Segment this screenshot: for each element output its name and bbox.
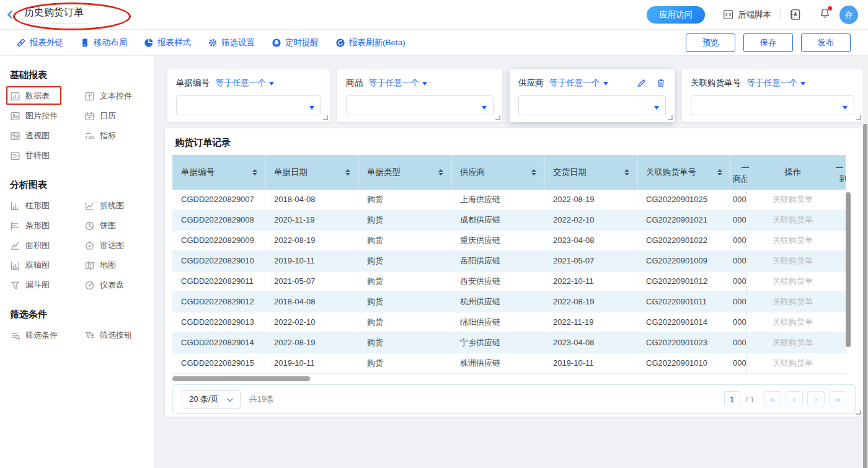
column-header[interactable]: 供应商 [451,155,544,190]
sidebar-item[interactable]: 条形图 [10,216,84,236]
action-link-related-po[interactable]: 关联购货单 [746,210,838,230]
toolbar-item-report-refresh[interactable]: 报表刷新(Beta) [335,37,405,48]
backend-script-button[interactable]: 后端脚本 [723,9,771,20]
save-button[interactable]: 保存 [743,33,793,52]
preview-button[interactable]: 预览 [686,33,735,52]
sidebar-item[interactable]: 文本控件 [84,86,146,106]
table-vertical-scrollbar-thumb[interactable] [846,192,851,347]
action-link-related-po[interactable]: 关联购货单 [746,333,838,353]
column-header[interactable]: 单据类型 [358,155,451,190]
action-link-related-po[interactable]: 关联购货单 [746,190,838,210]
action-link-related-po[interactable]: 关联购货单 [746,272,838,291]
sidebar-item[interactable]: 面积图 [10,236,84,255]
action-link-related-po[interactable]: 关联购货单 [746,251,838,271]
page-scrollbar-thumb[interactable] [863,124,867,468]
sort-icon[interactable] [345,169,350,176]
resize-handle[interactable] [668,115,673,120]
column-header[interactable]: 单据编号 [172,155,265,190]
page-number-input[interactable]: 1 [724,391,740,407]
address-book-icon[interactable] [789,9,801,20]
sidebar-item[interactable]: 仪表盘 [84,275,146,295]
action-link-related-po[interactable]: 关联购货单 [746,231,838,250]
first-page-button[interactable]: « [764,391,781,407]
column-header-product[interactable]: 商品 [730,155,746,190]
filter-widget-product[interactable]: 商品 等于任意一个 [337,69,502,122]
cell-product-clipped: 000 [730,353,746,373]
filter-widget-order-id[interactable]: 单据编号 等于任意一个 [167,69,330,122]
table-row[interactable]: CGDD20220829009 2022-08-19 购货 重庆供应链 2023… [172,231,846,251]
notification-bell-icon[interactable] [819,7,831,22]
publish-button[interactable]: 发布 [801,33,851,52]
app-access-button[interactable]: 应用访问 [647,6,705,24]
sidebar-item[interactable]: 甘特图 [10,146,84,166]
filter-select-input[interactable] [346,95,494,115]
page-title[interactable]: 历史购货订单 [22,5,86,24]
sidebar-item[interactable]: 筛选条件 [10,325,84,345]
table-row[interactable]: CGDD20220829007 2018-04-08 购货 上海供应链 2022… [172,190,846,210]
resize-handle[interactable] [323,115,328,120]
data-table-widget[interactable]: 购货订单记录 单据编号 单据日期 单据类型 [165,128,863,417]
toolbar-item-filter-settings[interactable]: 筛选设置 [208,37,255,48]
avatar[interactable]: 存 [839,6,858,24]
column-header[interactable]: 交货日期 [544,155,637,190]
back-icon[interactable] [7,11,16,19]
sidebar-item[interactable]: 漏斗图 [10,275,84,295]
action-link-related-po[interactable]: 关联购货单 [746,292,838,312]
action-link-related-po[interactable]: 关联购货单 [746,312,838,332]
sort-icon[interactable] [252,169,257,176]
sort-icon[interactable] [438,169,443,176]
table-row[interactable]: CGDD20220829013 2022-02-10 购货 绵阳供应链 2022… [172,312,846,333]
filter-select-input[interactable] [691,95,854,115]
filter-widget-supplier[interactable]: 供应商 等于任意一个 [510,69,675,122]
action-link-related-po[interactable]: 关联购货单 [746,353,838,373]
sort-icon[interactable] [531,169,536,176]
page-size-select[interactable]: 20 条/页 [182,390,241,408]
toolbar-item-scheduled-reminder[interactable]: 定时提醒 [272,37,319,48]
prev-page-button[interactable]: ‹ [786,391,803,407]
filter-label: 商品 [346,77,363,89]
resize-handle[interactable] [856,115,861,120]
column-header-clipped[interactable]: 到 [838,155,846,190]
filter-select-input[interactable] [176,95,321,115]
column-header[interactable]: 单据日期 [265,155,358,190]
toolbar-item-report-style[interactable]: 报表样式 [144,37,191,48]
filter-condition-dropdown[interactable]: 等于任意一个 [747,77,805,89]
column-header[interactable]: 关联购货单号 [637,155,730,190]
table-row[interactable]: CGDD20220829010 2019-10-11 购货 岳阳供应链 2021… [172,251,846,272]
sidebar-item[interactable]: 透视图 [10,126,84,146]
page-scrollbar[interactable] [862,56,868,468]
sidebar-item[interactable]: 图片控件 [10,106,84,126]
sort-icon[interactable] [624,169,629,176]
table-row[interactable]: CGDD20220829011 2021-05-07 购货 西安供应链 2022… [172,272,846,292]
table-row[interactable]: CGDD20220829008 2020-11-19 购货 成都供应链 2022… [172,210,846,231]
sidebar-item[interactable]: 饼图 [84,216,146,236]
sort-icon[interactable] [717,169,722,176]
table-horizontal-scrollbar-thumb[interactable] [172,376,310,381]
sidebar-item[interactable]: 折线图 [84,196,146,216]
edit-pencil-icon[interactable] [637,78,647,88]
sidebar-item[interactable]: 地图 [84,255,146,275]
next-page-button[interactable]: › [807,391,825,407]
filter-condition-dropdown[interactable]: 等于任意一个 [216,77,274,89]
filter-condition-dropdown[interactable]: 等于任意一个 [550,77,608,89]
filter-select-input[interactable] [518,95,666,115]
last-page-button[interactable]: » [829,391,846,407]
sidebar-item[interactable]: 柱形图 [10,196,84,216]
toolbar-item-mobile-layout[interactable]: 移动布局 [80,37,127,48]
resize-handle[interactable] [495,115,500,120]
delete-trash-icon[interactable] [656,78,666,88]
toolbar-item-external-link[interactable]: 报表外链 [16,37,63,48]
table-row[interactable]: CGDD20220829015 2019-10-11 购货 株洲供应链 2019… [172,353,846,374]
sidebar-item[interactable]: 日历 [84,106,146,126]
sidebar-item[interactable]: 双轴图 [10,255,84,275]
resize-handle[interactable] [856,410,861,415]
filter-condition-dropdown[interactable]: 等于任意一个 [369,77,427,89]
sidebar-item[interactable]: 指标 [84,126,146,146]
sidebar-item[interactable]: 数据表 [10,86,84,106]
filter-widget-related-po[interactable]: 关联购货单号 等于任意一个 [682,69,863,122]
sidebar-item[interactable]: 雷达图 [84,236,146,255]
sidebar-item-icon [84,91,95,102]
table-row[interactable]: CGDD20220829012 2018-04-08 购货 杭州供应链 2022… [172,292,846,312]
sidebar-item[interactable]: 筛选按钮 [84,325,146,345]
table-row[interactable]: CGDD20220829014 2022-08-19 购货 宁乡供应链 2023… [172,333,846,353]
